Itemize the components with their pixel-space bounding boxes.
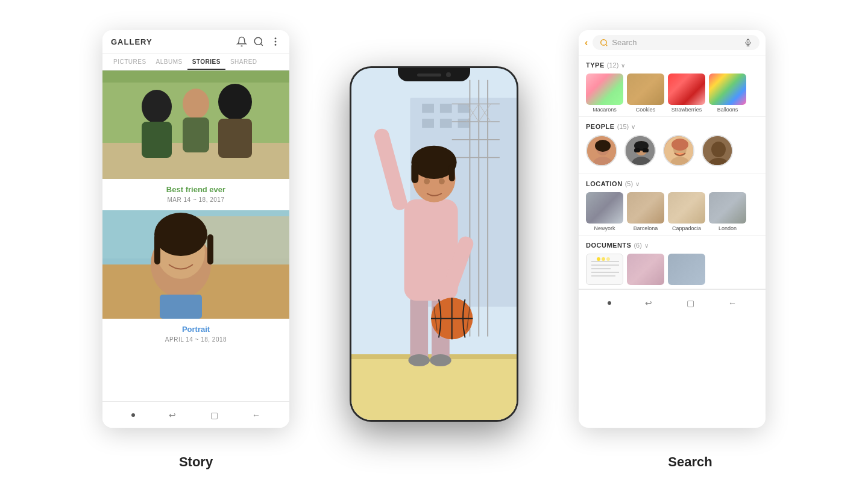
phone-right: ‹ Search TYPE (12) ∨ Macarons [579,30,766,428]
nav-back-icon-right[interactable]: ↩ [645,298,652,308]
svg-point-47 [408,354,430,366]
person-2-avatar[interactable] [624,135,656,166]
barcelona-label: Barcelona [634,225,658,231]
london-image [709,192,746,224]
cookies-label: Cookies [636,107,656,113]
tab-albums[interactable]: ALBUMS [151,54,187,70]
svg-point-4 [275,45,276,46]
svg-point-71 [595,140,611,152]
cookies-image [627,74,664,105]
thumb-balloons[interactable]: Balloons [709,74,746,113]
section-documents-title: DOCUMENTS [586,242,631,249]
people-chevron-icon[interactable]: ∨ [631,124,635,130]
section-people: PEOPLE (15) ∨ [579,117,766,174]
thumb-newyork[interactable]: Newyork [586,192,623,231]
nav-icon-arrow[interactable]: ← [252,410,260,420]
svg-point-48 [430,354,451,366]
svg-rect-22 [207,234,213,264]
svg-rect-29 [422,119,434,128]
story-photo-1 [102,70,289,179]
thumb-barcelona[interactable]: Barcelona [627,192,664,231]
type-chevron-icon[interactable]: ∨ [621,62,625,69]
section-people-header: PEOPLE (15) ∨ [586,123,758,130]
svg-line-64 [606,44,608,46]
people-row [586,135,758,170]
gallery-title: GALLERY [111,37,236,46]
story-info-2: Portrait APRIL 14 ~ 18, 2018 [102,319,289,350]
svg-rect-54 [411,162,418,183]
tab-stories[interactable]: STORIES [187,54,225,70]
svg-point-84 [711,142,726,157]
person-4-avatar[interactable] [702,135,733,166]
tab-pictures[interactable]: PICTURES [108,54,151,70]
cappadocia-image [668,192,705,224]
section-location-header: LOCATION (5) ∨ [586,180,758,187]
svg-point-92 [597,257,600,261]
documents-chevron-icon[interactable]: ∨ [644,242,649,249]
thumb-macarons[interactable]: Macarons [586,74,623,113]
person-3-avatar[interactable] [663,135,694,166]
svg-rect-26 [422,104,434,113]
strawberries-label: Strawberries [671,107,702,113]
svg-rect-30 [440,119,452,128]
section-location: LOCATION (5) ∨ Newyork Barcelona Cappado… [579,174,766,236]
newyork-image [586,192,623,224]
header-icons [236,36,281,47]
svg-rect-23 [160,295,202,319]
gallery-tabs: PICTURES ALBUMS STORIES SHARED [102,54,289,70]
thumb-doc3[interactable] [668,254,705,285]
search-header: ‹ Search [579,30,766,55]
person1-image [587,136,617,166]
back-arrow-icon[interactable]: ‹ [585,37,588,48]
thumb-strawberries[interactable]: Strawberries [668,74,705,113]
thumb-doc1[interactable] [586,254,623,285]
type-thumbnails: Macarons Cookies Strawberries Balloons [586,74,758,113]
tab-shared[interactable]: SHARED [225,54,262,70]
svg-point-57 [439,178,445,184]
section-location-count: (5) [625,180,633,187]
balloons-label: Balloons [717,107,738,113]
svg-point-94 [606,257,610,261]
thumb-cookies[interactable]: Cookies [627,74,664,113]
section-documents-header: DOCUMENTS (6) ∨ [586,242,758,249]
nav-icon-square[interactable]: ▢ [210,410,218,420]
thumb-doc2[interactable] [627,254,664,285]
search-input-box[interactable]: Search [593,35,760,50]
nav-dot-right [608,301,611,305]
phone-center [350,66,518,422]
nav-icon-back[interactable]: ↩ [169,410,176,420]
person-1-avatar[interactable] [586,135,617,166]
bell-icon[interactable] [236,36,247,47]
search-icon[interactable] [253,36,264,47]
notch-camera [446,72,451,77]
phone-left: GALLERY PICTURES ALBUMS [102,30,289,428]
mic-icon[interactable] [744,39,752,47]
nav-dot-active [131,413,135,417]
strawberries-image [668,74,705,105]
nav-square-icon-right[interactable]: ▢ [687,298,694,308]
bottom-nav-left: ↩ ▢ ← [102,401,289,428]
nav-arrow-icon-right[interactable]: ← [728,298,737,308]
thumb-london[interactable]: London [709,192,746,231]
balloons-image [709,74,746,105]
location-thumbnails: Newyork Barcelona Cappadocia London [586,192,758,231]
section-type-header: TYPE (12) ∨ [586,61,758,69]
doc3-image [668,254,705,285]
more-icon[interactable] [270,36,281,47]
svg-point-10 [183,89,209,119]
story-date-1: MAR 14 ~ 18, 2017 [110,196,282,203]
phone-notch [398,68,470,81]
location-chevron-icon[interactable]: ∨ [635,181,640,187]
selfie-image [102,210,289,319]
svg-rect-77 [643,148,649,152]
barcelona-image [627,192,664,224]
search-text: Search [612,38,740,47]
search-icon-small [600,39,608,47]
svg-rect-76 [634,148,640,152]
story-label: Story [148,454,244,470]
section-location-title: LOCATION [586,180,623,187]
svg-line-1 [260,43,262,45]
doc1-image [586,254,623,285]
thumb-cappadocia[interactable]: Cappadocia [668,192,705,231]
section-documents: DOCUMENTS (6) ∨ [579,236,766,289]
